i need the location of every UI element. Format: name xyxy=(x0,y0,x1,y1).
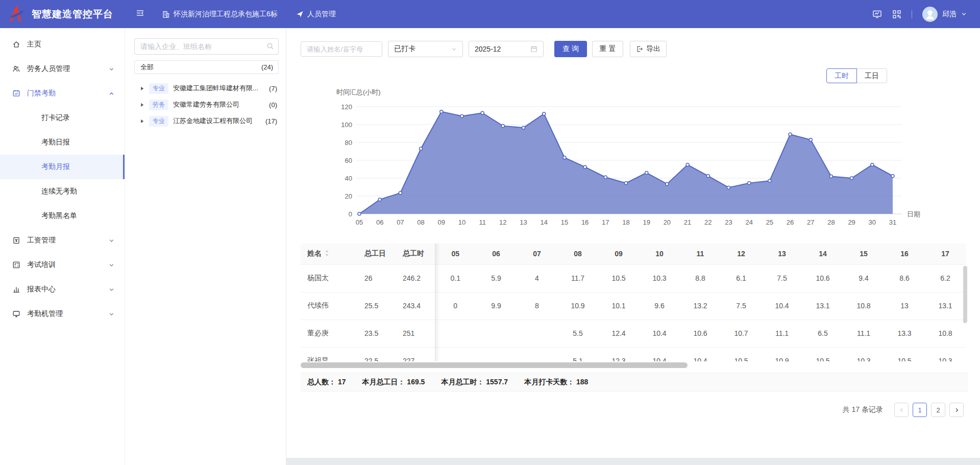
sidebar-item-label: 工资管理 xyxy=(27,236,109,245)
company-type-tag: 专业 xyxy=(149,116,168,127)
header-right: 邱浩 xyxy=(872,7,967,22)
table-scroll-area[interactable]: 姓名总工日总工时05060708091011121314151617杨国太262… xyxy=(301,243,968,361)
cell-day-value: 10.9 xyxy=(557,292,598,320)
cell-day-value: 9.9 xyxy=(476,292,517,320)
page-button-1[interactable]: 1 xyxy=(913,403,927,417)
cell-day-value: 10.1 xyxy=(598,292,639,320)
user-menu[interactable]: 邱浩 xyxy=(922,7,967,22)
cell-total-days: 23.5 xyxy=(358,320,396,347)
reset-button[interactable]: 重 置 xyxy=(592,41,623,57)
cell-day-value: 12.4 xyxy=(598,320,639,347)
query-button[interactable]: 查 询 xyxy=(554,41,587,57)
cell-day-value xyxy=(435,320,476,347)
sidebar-item-门禁考勤[interactable]: 门禁考勤 xyxy=(0,81,125,106)
sidebar-item-label: 考勤月报 xyxy=(41,162,114,172)
svg-text:日期: 日期 xyxy=(907,210,920,218)
sidebar-item-考勤黑名单[interactable]: 考勤黑名单 xyxy=(0,204,125,228)
sidebar-item-打卡记录[interactable]: 打卡记录 xyxy=(0,106,125,130)
name-search-input[interactable] xyxy=(301,41,382,57)
content-zone: 已打卡 2025-12 查 询 重 置 xyxy=(286,28,980,465)
prev-page-button[interactable] xyxy=(894,403,909,417)
project-selector[interactable]: 怀洪新河治理工程总承包施工6标 xyxy=(162,10,278,19)
cell-day-value: 10.3 xyxy=(639,264,680,292)
table-row: 杨国太26246.20.15.9411.710.510.38.86.17.510… xyxy=(301,264,966,292)
export-button[interactable]: 导出 xyxy=(630,41,667,57)
tree-root-all[interactable]: 全部 (24) xyxy=(134,60,279,74)
caret-right-icon[interactable] xyxy=(140,119,144,124)
sidebar-item-考勤日报[interactable]: 考勤日报 xyxy=(0,130,125,155)
chevron-down-icon xyxy=(961,11,967,17)
chevron-up-icon xyxy=(109,91,114,96)
sidebar-item-考勤月报[interactable]: 考勤月报 xyxy=(0,155,125,179)
menu-fold-icon[interactable] xyxy=(136,9,144,19)
next-page-button[interactable] xyxy=(949,403,964,417)
cell-day-value: 6.2 xyxy=(925,264,966,292)
column-header-day: 16 xyxy=(884,243,925,264)
caret-right-icon[interactable] xyxy=(140,103,144,107)
tree-items: 专业安徽建工集团蚌埠建材有限...(7)劳务安徽常建劳务有限公司(0)专业江苏金… xyxy=(134,80,279,129)
toggle-days[interactable]: 工日 xyxy=(857,68,887,83)
svg-text:27: 27 xyxy=(807,218,814,226)
vertical-scrollbar[interactable] xyxy=(963,266,967,323)
sidebar-item-考勤机管理[interactable]: 考勤机管理 xyxy=(0,302,125,326)
app-body: 主页劳务人员管理门禁考勤打卡记录考勤日报考勤月报连续无考勤考勤黑名单工资管理考试… xyxy=(0,28,980,465)
search-icon[interactable] xyxy=(266,42,274,50)
cell-day-value: 13.1 xyxy=(925,292,966,320)
column-header-name[interactable]: 姓名 xyxy=(301,243,358,264)
svg-text:10: 10 xyxy=(458,218,465,226)
sidebar-item-连续无考勤[interactable]: 连续无考勤 xyxy=(0,179,125,204)
tree-search xyxy=(134,38,279,55)
cell-day-value: 13.3 xyxy=(884,320,925,347)
tree-item[interactable]: 劳务安徽常建劳务有限公司(0) xyxy=(134,96,279,113)
toggle-hours[interactable]: 工时 xyxy=(826,68,857,83)
cell-day-value: 10.5 xyxy=(721,347,762,361)
svg-text:15: 15 xyxy=(561,218,568,226)
tree-panel: 全部 (24) 专业安徽建工集团蚌埠建材有限...(7)劳务安徽常建劳务有限公司… xyxy=(125,28,286,465)
cell-day-value: 11.7 xyxy=(557,264,598,292)
sidebar-item-label: 考试培训 xyxy=(27,260,109,270)
cell-total-hours: 227 xyxy=(396,347,435,361)
sidebar-item-label: 报表中心 xyxy=(27,285,109,294)
cell-day-value: 5.9 xyxy=(476,264,517,292)
column-header-day: 09 xyxy=(598,243,639,264)
tree-root-count: (24) xyxy=(261,63,273,71)
svg-text:06: 06 xyxy=(376,218,383,226)
tree-item[interactable]: 专业江苏金地建设工程有限公司(17) xyxy=(134,113,279,129)
cell-day-value: 8 xyxy=(517,292,557,320)
export-label: 导出 xyxy=(646,44,660,54)
sidebar-item-考试培训[interactable]: 考试培训 xyxy=(0,253,125,277)
nav-person-mgmt[interactable]: 人员管理 xyxy=(296,10,336,19)
chevron-down-icon xyxy=(109,287,114,292)
caret-right-icon[interactable] xyxy=(140,86,144,91)
column-header-day: 14 xyxy=(802,243,843,264)
home-icon xyxy=(12,40,20,48)
sidebar: 主页劳务人员管理门禁考勤打卡记录考勤日报考勤月报连续无考勤考勤黑名单工资管理考试… xyxy=(0,28,125,465)
page-button-2[interactable]: 2 xyxy=(931,403,945,417)
sidebar-item-工资管理[interactable]: 工资管理 xyxy=(0,228,125,253)
tree-search-input[interactable] xyxy=(134,38,279,55)
month-picker[interactable]: 2025-12 xyxy=(469,41,544,57)
calendar-icon xyxy=(530,45,537,53)
horizontal-scrollbar[interactable] xyxy=(301,362,688,368)
sidebar-item-label: 考勤黑名单 xyxy=(41,211,114,221)
company-count: (7) xyxy=(269,85,279,92)
sort-icon[interactable] xyxy=(325,250,329,257)
logo-icon xyxy=(7,5,27,24)
page: 智慧建造管控平台 怀洪新河治理工程总承包施工6标 xyxy=(0,0,980,465)
svg-text:17: 17 xyxy=(602,218,609,226)
table-host: 姓名总工日总工时05060708091011121314151617杨国太262… xyxy=(301,243,968,361)
status-select[interactable]: 已打卡 xyxy=(388,41,463,57)
sidebar-item-劳务人员管理[interactable]: 劳务人员管理 xyxy=(0,57,125,81)
cell-day-value: 12.3 xyxy=(598,347,639,361)
cell-name: 张祖早 xyxy=(301,347,358,361)
company-name: 安徽建工集团蚌埠建材有限... xyxy=(173,84,266,93)
sidebar-item-主页[interactable]: 主页 xyxy=(0,32,125,57)
monitor-icon[interactable] xyxy=(872,9,882,19)
chevron-down-icon xyxy=(109,238,114,243)
column-header-day: 12 xyxy=(721,243,762,264)
tree-item[interactable]: 专业安徽建工集团蚌埠建材有限...(7) xyxy=(134,80,279,96)
device-icon xyxy=(12,310,20,318)
qr-code-icon[interactable] xyxy=(892,10,901,19)
svg-text:20: 20 xyxy=(664,218,671,226)
sidebar-item-报表中心[interactable]: 报表中心 xyxy=(0,277,125,302)
